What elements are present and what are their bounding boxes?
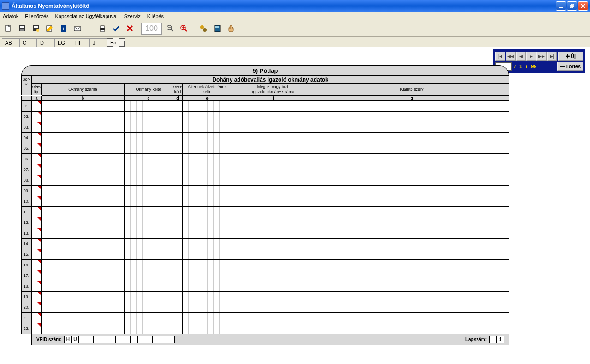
cell-d[interactable]: [173, 228, 183, 239]
vpid-cell[interactable]: [138, 336, 145, 343]
cell-b[interactable]: [42, 122, 125, 133]
cell-b[interactable]: [42, 270, 125, 281]
cell-e[interactable]: [183, 154, 232, 164]
cell-d[interactable]: [173, 175, 183, 186]
nav-new-button[interactable]: ✚Új: [558, 52, 583, 61]
cell-b[interactable]: [42, 323, 125, 334]
cell-f[interactable]: [232, 207, 315, 217]
edit-button[interactable]: [44, 23, 55, 34]
zoom-in-button[interactable]: [179, 23, 190, 34]
cell-b[interactable]: [42, 302, 125, 313]
tab-c[interactable]: C: [19, 38, 37, 47]
cell-c[interactable]: [125, 143, 173, 154]
cell-a[interactable]: [31, 122, 42, 133]
cell-g[interactable]: [315, 154, 509, 164]
cell-f[interactable]: [232, 122, 315, 133]
cell-a[interactable]: [31, 260, 42, 270]
cell-c[interactable]: [125, 292, 173, 302]
calculator-button[interactable]: [212, 23, 223, 34]
zoom-out-button[interactable]: [165, 23, 176, 34]
nav-first-button[interactable]: |◀: [495, 52, 505, 61]
cell-d[interactable]: [173, 112, 183, 122]
menu-kilepes[interactable]: Kilépés: [147, 13, 164, 19]
cell-a[interactable]: [31, 239, 42, 249]
cell-e[interactable]: [183, 239, 232, 249]
cell-b[interactable]: [42, 260, 125, 270]
cell-g[interactable]: [315, 112, 509, 122]
vpid-cell[interactable]: [123, 336, 131, 343]
cell-e[interactable]: [183, 323, 232, 334]
cell-d[interactable]: [173, 196, 183, 207]
cell-f[interactable]: [232, 154, 315, 164]
cell-b[interactable]: [42, 313, 125, 323]
cell-g[interactable]: [315, 207, 509, 217]
menu-kapcsolat[interactable]: Kapcsolat az Ügyfélkapuval: [55, 13, 118, 19]
cell-e[interactable]: [183, 133, 232, 143]
menu-adatok[interactable]: Adatok: [3, 13, 18, 19]
cell-e[interactable]: [183, 122, 232, 133]
vpid-cell[interactable]: [145, 336, 153, 343]
cell-f[interactable]: [232, 228, 315, 239]
tab-p5[interactable]: P5: [107, 38, 125, 47]
cell-c[interactable]: [125, 239, 173, 249]
cell-g[interactable]: [315, 228, 509, 239]
cell-b[interactable]: [42, 154, 125, 164]
check-button[interactable]: [111, 23, 122, 34]
cell-b[interactable]: [42, 239, 125, 249]
cell-f[interactable]: [232, 143, 315, 154]
cell-d[interactable]: [173, 249, 183, 260]
cell-e[interactable]: [183, 313, 232, 323]
cell-e[interactable]: [183, 302, 232, 313]
info-button[interactable]: i: [58, 23, 69, 34]
cell-e[interactable]: [183, 196, 232, 207]
cell-d[interactable]: [173, 207, 183, 217]
mail-button[interactable]: [72, 23, 83, 34]
vpid-cell[interactable]: [94, 336, 101, 343]
vpid-cell[interactable]: [116, 336, 123, 343]
cell-c[interactable]: [125, 112, 173, 122]
nav-next-fast-button[interactable]: ▶▶: [536, 52, 546, 61]
cell-a[interactable]: [31, 228, 42, 239]
new-doc-button[interactable]: [3, 23, 14, 34]
tab-d[interactable]: D: [37, 38, 54, 47]
cell-c[interactable]: [125, 217, 173, 228]
cell-e[interactable]: [183, 228, 232, 239]
cell-b[interactable]: [42, 207, 125, 217]
cell-d[interactable]: [173, 217, 183, 228]
menu-szerviz[interactable]: Szerviz: [124, 13, 141, 19]
cell-a[interactable]: [31, 270, 42, 281]
cell-a[interactable]: [31, 143, 42, 154]
cell-g[interactable]: [315, 270, 509, 281]
cell-c[interactable]: [125, 270, 173, 281]
cell-b[interactable]: [42, 164, 125, 175]
nav-prev-button[interactable]: ◀: [516, 52, 526, 61]
cell-f[interactable]: [232, 302, 315, 313]
cell-c[interactable]: [125, 323, 173, 334]
vpid-cell[interactable]: [167, 336, 175, 343]
cell-g[interactable]: [315, 122, 509, 133]
cell-b[interactable]: [42, 217, 125, 228]
cell-d[interactable]: [173, 260, 183, 270]
hand-button[interactable]: [226, 23, 237, 34]
zoom-input[interactable]: [141, 23, 162, 35]
cell-c[interactable]: [125, 133, 173, 143]
cell-g[interactable]: [315, 239, 509, 249]
cell-g[interactable]: [315, 196, 509, 207]
vpid-cell[interactable]: [131, 336, 138, 343]
cell-b[interactable]: [42, 281, 125, 292]
cell-a[interactable]: [31, 292, 42, 302]
nav-last-button[interactable]: ▶|: [547, 52, 557, 61]
cell-d[interactable]: [173, 143, 183, 154]
cell-d[interactable]: [173, 313, 183, 323]
cell-e[interactable]: [183, 164, 232, 175]
cell-a[interactable]: [31, 133, 42, 143]
cell-a[interactable]: [31, 313, 42, 323]
cell-d[interactable]: [173, 239, 183, 249]
cancel-button[interactable]: [125, 23, 136, 34]
cell-b[interactable]: [42, 186, 125, 196]
save-button[interactable]: [17, 23, 28, 34]
vpid-cell-h[interactable]: H: [64, 336, 72, 343]
cell-c[interactable]: [125, 101, 173, 112]
cell-b[interactable]: [42, 228, 125, 239]
cell-d[interactable]: [173, 122, 183, 133]
